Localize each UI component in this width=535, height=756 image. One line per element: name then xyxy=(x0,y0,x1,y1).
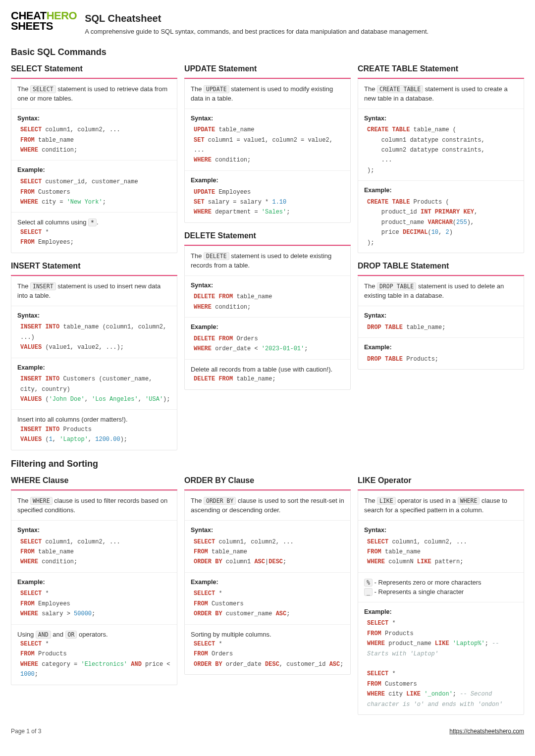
logo-text: SHEETS xyxy=(11,20,53,32)
syntax-label: Syntax: xyxy=(191,281,344,290)
example-label: Example: xyxy=(17,165,171,175)
code-block: SELECT column1, column2, ... FROM table_… xyxy=(17,125,171,155)
card-desc: The WHERE clause is used to filter recor… xyxy=(17,496,171,515)
page-subtitle: A comprehensive guide to SQL syntax, com… xyxy=(85,27,428,37)
section-heading: Basic SQL Commands xyxy=(11,46,524,59)
syntax-label: Syntax: xyxy=(17,114,171,123)
card-title: CREATE TABLE Statement xyxy=(358,63,524,79)
card-desc: The SELECT statement is used to retrieve… xyxy=(17,84,171,104)
note: Sorting by multiple columns. xyxy=(191,630,344,640)
logo: CHEATHERO SHEETS xyxy=(11,11,77,32)
code-block: INSERT INTO Customers (customer_name, ci… xyxy=(17,374,171,404)
syntax-label: Syntax: xyxy=(364,526,518,535)
syntax-label: Syntax: xyxy=(191,114,344,123)
syntax-label: Syntax: xyxy=(17,311,171,321)
card-title: INSERT Statement xyxy=(11,260,177,276)
section-grid: SELECT Statement The SELECT statement is… xyxy=(11,63,524,450)
code-block: CREATE TABLE Products ( product_id INT P… xyxy=(364,197,518,248)
code-block: INSERT INTO Products VALUES (1, 'Laptop'… xyxy=(17,425,171,445)
example-label: Example: xyxy=(17,578,171,587)
code-block: SELECT column1, column2, ... FROM table_… xyxy=(17,537,171,567)
code-block: SELECT * FROM Orders ORDER BY order_date… xyxy=(191,639,344,669)
example-label: Example: xyxy=(191,176,344,185)
example-label: Example: xyxy=(364,343,518,352)
code-block: DELETE FROM Orders WHERE order_date < '2… xyxy=(191,334,344,354)
card-where: WHERE Clause The WHERE clause is used to… xyxy=(11,475,177,685)
card-desc: The LIKE operator is used in a WHERE cla… xyxy=(364,496,518,515)
code-block: CREATE TABLE table_name ( column1 dataty… xyxy=(364,125,518,175)
card-desc: The DELETE statement is used to delete e… xyxy=(191,251,344,270)
card-select: SELECT Statement The SELECT statement is… xyxy=(11,63,177,253)
card-like: LIKE Operator The LIKE operator is used … xyxy=(358,475,524,715)
example-label: Example: xyxy=(364,186,518,195)
wildcard-note: % - Represents zero or more characters xyxy=(364,578,518,588)
code-block: SELECT column1, column2, ... FROM table_… xyxy=(364,537,518,567)
example-label: Example: xyxy=(191,578,344,587)
card-title: SELECT Statement xyxy=(11,63,177,79)
card-title: DELETE Statement xyxy=(184,230,351,246)
page-indicator: Page 1 of 3 xyxy=(11,727,41,736)
card-title: UPDATE Statement xyxy=(184,63,351,79)
card-desc: The DROP TABLE statement is used to dele… xyxy=(364,281,518,301)
syntax-label: Syntax: xyxy=(364,311,518,321)
card-title: ORDER BY Clause xyxy=(184,475,351,490)
note: Insert into all columns (order matters!)… xyxy=(17,415,171,425)
example-label: Example: xyxy=(191,323,344,332)
code-block: SELECT * FROM Customers ORDER BY custome… xyxy=(191,589,344,619)
card-desc: The INSERT statement is used to insert n… xyxy=(17,281,171,301)
syntax-label: Syntax: xyxy=(17,526,171,535)
code-block: DELETE FROM table_name WHERE condition; xyxy=(191,292,344,312)
syntax-label: Syntax: xyxy=(364,114,518,123)
source-link[interactable]: https://cheatsheetshero.com xyxy=(449,727,524,736)
card-delete: DELETE Statement The DELETE statement is… xyxy=(184,230,351,390)
code-block: SELECT * FROM Employees; xyxy=(17,227,171,248)
note: Select all columns using *. xyxy=(17,217,171,227)
code-block: UPDATE Employees SET salary = salary * 1… xyxy=(191,187,344,217)
code-block: UPDATE table_name SET column1 = value1, … xyxy=(191,125,344,165)
card-desc: The UPDATE statement is used to modify e… xyxy=(191,84,344,104)
code-block: DROP TABLE table_name; xyxy=(364,323,518,332)
page-header: CHEATHERO SHEETS SQL Cheatsheet A compre… xyxy=(11,11,524,37)
code-block: SELECT customer_id, customer_name FROM C… xyxy=(17,177,171,207)
code-block: SELECT * FROM Employees WHERE salary > 5… xyxy=(17,589,171,619)
code-block: SELECT column1, column2, ... FROM table_… xyxy=(191,537,344,567)
example-label: Example: xyxy=(364,607,518,617)
code-block: SELECT * FROM Products WHERE category = … xyxy=(17,639,171,680)
card-drop: DROP TABLE Statement The DROP TABLE stat… xyxy=(358,260,524,370)
example-label: Example: xyxy=(17,363,171,373)
code-block: DROP TABLE Products; xyxy=(364,354,518,364)
wildcard-note: _ - Represents a single character xyxy=(364,587,518,597)
syntax-label: Syntax: xyxy=(191,526,344,535)
section-heading: Filtering and Sorting xyxy=(11,457,524,471)
card-insert: INSERT Statement The INSERT statement is… xyxy=(11,260,177,450)
card-orderby: ORDER BY Clause The ORDER BY clause is u… xyxy=(184,475,351,675)
note: Using AND and OR operators. xyxy=(17,630,171,640)
code-block: DELETE FROM table_name; xyxy=(191,374,344,384)
card-title: DROP TABLE Statement xyxy=(358,260,524,276)
card-title: LIKE Operator xyxy=(358,475,524,490)
page-footer: Page 1 of 3 https://cheatsheetshero.com xyxy=(11,727,524,736)
card-desc: The ORDER BY clause is used to sort the … xyxy=(191,496,344,515)
code-block: SELECT * FROM Products WHERE product_nam… xyxy=(364,618,518,709)
card-desc: The CREATE TABLE statement is used to cr… xyxy=(364,84,518,104)
title-block: SQL Cheatsheet A comprehensive guide to … xyxy=(85,11,428,37)
code-block: INSERT INTO table_name (column1, column2… xyxy=(17,322,171,352)
card-title: WHERE Clause xyxy=(11,475,177,490)
section-grid: WHERE Clause The WHERE clause is used to… xyxy=(11,475,524,715)
page-title: SQL Cheatsheet xyxy=(85,11,428,26)
card-create: CREATE TABLE Statement The CREATE TABLE … xyxy=(358,63,524,253)
note: Delete all records from a table (use wit… xyxy=(191,365,344,375)
card-update: UPDATE Statement The UPDATE statement is… xyxy=(184,63,351,223)
